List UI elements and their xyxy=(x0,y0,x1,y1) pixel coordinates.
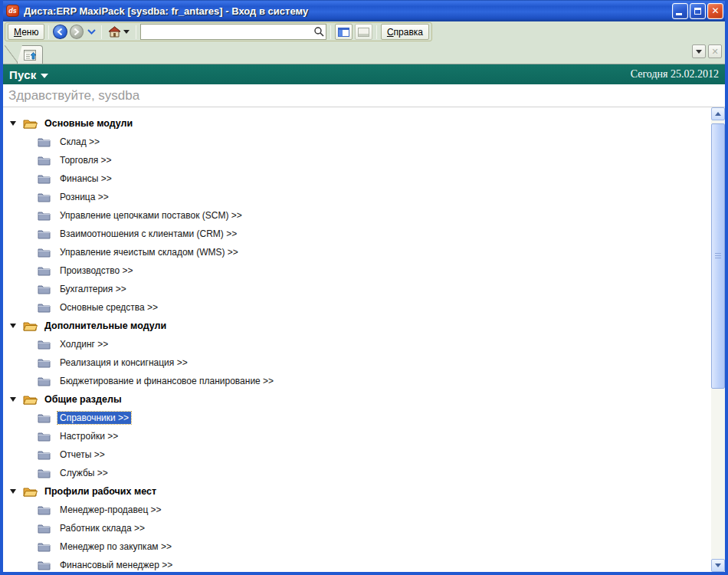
tree-item-label[interactable]: Финансы >> xyxy=(57,172,114,185)
search-box xyxy=(140,24,326,40)
tab-diagonal-decoration xyxy=(5,45,18,64)
tree-item-label[interactable]: Менеджер-продавец >> xyxy=(57,504,164,516)
tree-item-row[interactable]: Бюджетирование и финансовое планирование… xyxy=(3,372,711,390)
tree-group-row[interactable]: Дополнительные модули xyxy=(3,317,711,335)
window-title: Диста:ERP MaxiPack [sysdba: fr_antares] … xyxy=(24,5,667,17)
tree-group-row[interactable]: Основные модули xyxy=(3,114,711,133)
tree-item-label[interactable]: Склад >> xyxy=(57,136,102,148)
title-bar: ds Диста:ERP MaxiPack [sysdba: fr_antare… xyxy=(0,0,728,21)
toolbar-band: Меню xyxy=(5,22,432,41)
tree-item-label[interactable]: Реализация и консигнация >> xyxy=(57,356,190,369)
scroll-down-button[interactable] xyxy=(711,559,725,572)
folder-icon xyxy=(38,137,51,147)
history-dropdown-button[interactable] xyxy=(86,29,97,34)
tree-item-row[interactable]: Справочники >> xyxy=(3,409,711,427)
tree-item-label[interactable]: Холдинг >> xyxy=(57,338,110,350)
tab-strip-buttons: ✕ xyxy=(692,44,722,58)
tab-login-form[interactable] xyxy=(17,45,43,64)
folder-icon xyxy=(38,174,51,184)
tree-item-label[interactable]: Производство >> xyxy=(57,264,136,277)
tree-item-label[interactable]: Работник склада >> xyxy=(57,522,147,534)
close-icon: ✕ xyxy=(711,6,719,15)
tree-group-row[interactable]: Профили рабочих мест xyxy=(3,482,711,501)
tree-item-label[interactable]: Бухгалтерия >> xyxy=(57,283,129,295)
folder-icon xyxy=(38,248,51,258)
home-icon xyxy=(108,26,121,38)
tree-item-label[interactable]: Службы >> xyxy=(57,467,110,479)
maximize-button[interactable] xyxy=(690,3,706,19)
tree-item-row[interactable]: Отчеты >> xyxy=(3,445,711,464)
folder-icon xyxy=(38,450,51,460)
scroll-down-icon xyxy=(715,564,721,567)
scroll-up-button[interactable] xyxy=(711,107,725,120)
tree-item-label[interactable]: Финансовый менеджер >> xyxy=(57,559,175,571)
tree-item-row[interactable]: Розница >> xyxy=(3,188,711,206)
close-tab-button[interactable]: ✕ xyxy=(708,44,722,58)
tree-item-label[interactable]: Справочники >> xyxy=(57,412,131,424)
panel-left-view-button[interactable] xyxy=(335,24,353,40)
tree-item-label[interactable]: Розница >> xyxy=(57,191,111,203)
scrollbar-grip-icon xyxy=(715,253,721,259)
forward-button[interactable] xyxy=(70,25,84,39)
tree-group-label[interactable]: Общие разделы xyxy=(44,394,122,405)
tree-item-label[interactable]: Взаимоотношения с клиентами (CRM) >> xyxy=(57,228,239,240)
start-menu-button[interactable]: Пуск xyxy=(9,68,48,81)
tree-group-label[interactable]: Основные модули xyxy=(44,118,133,129)
folder-icon xyxy=(38,505,51,515)
tree-item-row[interactable]: Службы >> xyxy=(3,464,711,482)
tree-item-row[interactable]: Менеджер-продавец >> xyxy=(3,501,711,519)
home-button[interactable] xyxy=(106,26,132,38)
tree-item-row[interactable]: Бухгалтерия >> xyxy=(3,280,711,298)
tree-item-row[interactable]: Работник склада >> xyxy=(3,519,711,537)
folder-icon xyxy=(38,413,51,423)
tree-item-row[interactable]: Холдинг >> xyxy=(3,335,711,353)
back-button[interactable] xyxy=(53,25,67,39)
tree-group-row[interactable]: Общие разделы xyxy=(3,390,711,409)
tree-group-label[interactable]: Профили рабочих мест xyxy=(44,486,156,497)
tree-item-label[interactable]: Основные средства >> xyxy=(57,301,160,314)
search-icon[interactable] xyxy=(313,26,324,37)
collapse-triangle-icon[interactable] xyxy=(10,397,16,402)
scrollbar-thumb[interactable] xyxy=(711,123,725,389)
greeting-text: Здравствуйте, sysdba xyxy=(3,84,725,107)
start-bar: Пуск Сегодня 25.02.2012 xyxy=(3,64,725,84)
collapse-triangle-icon[interactable] xyxy=(10,324,16,328)
tree-item-row[interactable]: Взаимоотношения с клиентами (CRM) >> xyxy=(3,225,711,243)
tree-item-row[interactable]: Настройки >> xyxy=(3,427,711,445)
tab-list-dropdown-button[interactable] xyxy=(692,44,706,58)
collapse-triangle-icon[interactable] xyxy=(10,121,16,126)
chevron-down-icon xyxy=(87,29,96,34)
vertical-scrollbar[interactable] xyxy=(711,107,725,572)
tree-item-row[interactable]: Финансы >> xyxy=(3,169,711,188)
minimize-button[interactable] xyxy=(672,3,688,19)
panel-bottom-view-button[interactable] xyxy=(355,24,372,40)
tree-item-label[interactable]: Торговля >> xyxy=(57,154,113,166)
collapse-triangle-icon[interactable] xyxy=(10,489,16,494)
tree-item-row[interactable]: Реализация и консигнация >> xyxy=(3,353,711,372)
tree-item-label[interactable]: Менеджер по закупкам >> xyxy=(57,540,174,553)
menu-button[interactable]: Меню xyxy=(8,24,44,40)
tree-item-row[interactable]: Основные средства >> xyxy=(3,298,711,317)
tree-item-row[interactable]: Торговля >> xyxy=(3,151,711,169)
search-input[interactable] xyxy=(140,24,326,40)
tree-item-row[interactable]: Менеджер по закупкам >> xyxy=(3,537,711,556)
close-button[interactable]: ✕ xyxy=(707,3,723,19)
tree-item-label[interactable]: Бюджетирование и финансовое планирование… xyxy=(57,375,276,387)
tree-item-label[interactable]: Управление ячеистым складом (WMS) >> xyxy=(57,246,241,258)
tree-item-label[interactable]: Управление цепочками поставок (SCM) >> xyxy=(57,209,244,222)
open-folder-icon xyxy=(23,394,38,406)
toolbar-separator xyxy=(376,25,377,39)
folder-icon xyxy=(38,156,51,166)
help-button[interactable]: Справка xyxy=(381,24,429,40)
scrollbar-track[interactable] xyxy=(711,120,725,559)
toolbar-separator xyxy=(136,25,136,39)
tree-item-label[interactable]: Настройки >> xyxy=(57,430,120,442)
folder-icon xyxy=(38,560,51,570)
tree-item-row[interactable]: Склад >> xyxy=(3,133,711,151)
tree-item-row[interactable]: Производство >> xyxy=(3,261,711,280)
tree-item-row[interactable]: Управление цепочками поставок (SCM) >> xyxy=(3,206,711,225)
tree-group-label[interactable]: Дополнительные модули xyxy=(44,320,166,331)
tree-item-row[interactable]: Управление ячеистым складом (WMS) >> xyxy=(3,243,711,261)
tree-item-row[interactable]: Финансовый менеджер >> xyxy=(3,556,711,572)
tree-item-label[interactable]: Отчеты >> xyxy=(57,449,107,461)
